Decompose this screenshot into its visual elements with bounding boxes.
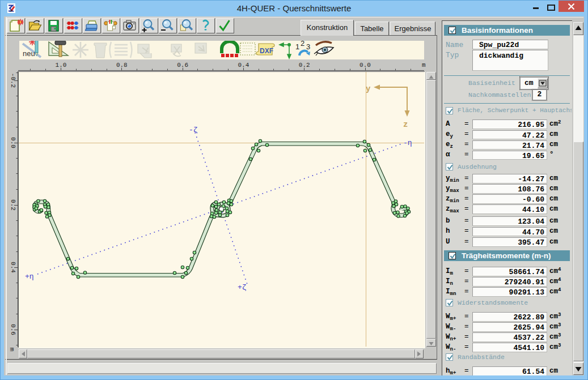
svg-text:-η: -η	[403, 139, 412, 147]
svg-text:0.2: 0.2	[10, 199, 16, 211]
svg-text:m: m	[422, 62, 426, 69]
svg-text:-0.2: -0.2	[10, 73, 16, 88]
svg-text:0.0: 0.0	[10, 137, 16, 148]
svg-text:0.4: 0.4	[10, 262, 16, 273]
svg-text:0.8: 0.8	[116, 62, 128, 69]
svg-text:0.6: 0.6	[177, 62, 188, 69]
svg-text:0.0: 0.0	[359, 62, 371, 69]
svg-text:z: z	[403, 120, 408, 129]
svg-text:y: y	[366, 84, 371, 93]
svg-text:+ζ: +ζ	[238, 283, 247, 292]
svg-text:-ζ: -ζ	[189, 126, 198, 134]
svg-text:0.6: 0.6	[10, 324, 16, 335]
svg-text:m: m	[9, 348, 15, 352]
svg-text:1.0: 1.0	[56, 62, 67, 69]
svg-text:0.2: 0.2	[299, 62, 310, 69]
svg-text:0.4: 0.4	[238, 62, 249, 69]
svg-text:+η: +η	[25, 272, 34, 281]
